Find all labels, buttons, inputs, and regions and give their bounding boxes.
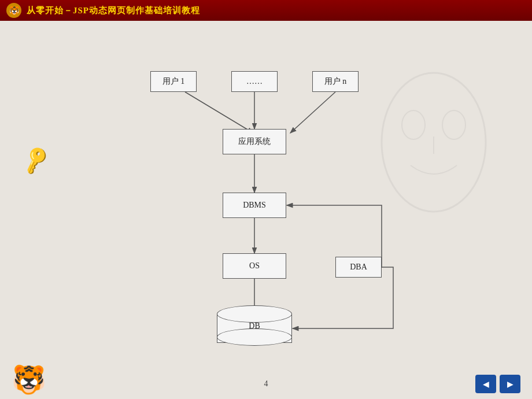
user1-box: 用户 1 [150,71,197,92]
app-system-box: 应用系统 [223,129,286,154]
db-label: DB [217,322,292,331]
header-title: 从零开始－JSP动态网页制作基础培训教程 [27,5,200,16]
dba-label: DBA [350,263,367,272]
dots-label: …… [246,77,263,86]
prev-icon: ◀ [483,379,489,389]
dbms-box: DBMS [223,193,286,218]
os-box: OS [223,253,286,279]
app-label: 应用系统 [238,136,271,147]
nav-buttons: ◀ ▶ [475,375,520,393]
header: 🐯 从零开始－JSP动态网页制作基础培训教程 [0,0,532,21]
db-bottom-ellipse [217,328,292,346]
left-decoration-icon: 🔑 [20,145,53,176]
next-icon: ▶ [507,379,513,389]
next-button[interactable]: ▶ [500,375,520,393]
main-content: 🔑 [0,21,532,399]
tiger-mascot-icon: 🐯 [12,364,46,396]
os-label: OS [249,261,260,271]
db-top-ellipse [217,305,292,323]
svg-line-8 [290,92,335,133]
dots-box: …… [231,71,278,92]
header-logo-icon: 🐯 [6,2,22,19]
db-cylinder: DB [217,305,292,346]
svg-line-7 [185,92,253,133]
page-number: 4 [264,379,268,389]
svg-text:🐯: 🐯 [9,6,20,16]
usern-box: 用户 n [312,71,359,92]
prev-button[interactable]: ◀ [475,375,496,393]
dba-box: DBA [335,257,382,278]
usern-label: 用户 n [324,76,347,87]
user1-label: 用户 1 [162,76,185,87]
diagram-container: 用户 1 …… 用户 n 应用系统 DBMS OS DBA [69,39,463,375]
dbms-label: DBMS [243,201,266,210]
